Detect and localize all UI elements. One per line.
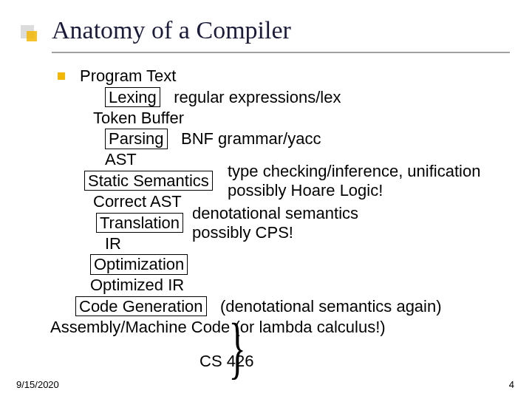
footer-page-number: 4 — [509, 379, 514, 390]
line-optimization: Optimization — [80, 254, 516, 275]
text-ast: AST — [105, 150, 137, 168]
slide-body: Program Text Lexing regular expressions/… — [80, 66, 516, 338]
note-lexing: regular expressions/lex — [174, 88, 341, 108]
title-underline — [52, 52, 510, 53]
text-optimized-ir: Optimized IR — [90, 276, 184, 294]
line-token-buffer: Token Buffer — [80, 109, 516, 129]
line-ir: IR — [80, 234, 516, 254]
box-translation: Translation — [96, 213, 183, 233]
line-translation: Translation denotational semantics possi… — [80, 213, 516, 233]
line-static-semantics: Static Semantics type checking/inference… — [80, 171, 516, 191]
line-parsing: Parsing BNF grammar/yacc — [80, 129, 516, 149]
note-tr-1: denotational semantics — [192, 204, 358, 224]
note-parsing: BNF grammar/yacc — [181, 129, 321, 149]
line-assembly: Assembly/Machine Code (or lambda calculu… — [50, 318, 516, 338]
note-tr-2: possibly CPS! — [192, 223, 293, 243]
line-program-text: Program Text — [80, 66, 516, 86]
box-code-generation: Code Generation — [75, 296, 207, 316]
box-lexing: Lexing — [105, 87, 160, 107]
line-optimized-ir: Optimized IR — [80, 276, 516, 296]
bullet-icon — [58, 72, 65, 80]
box-parsing: Parsing — [105, 129, 168, 149]
note-code-gen: (denotational semantics again) — [220, 297, 442, 317]
line-lexing: Lexing regular expressions/lex — [80, 87, 516, 108]
title-decoration-icon — [21, 25, 38, 43]
footer-date: 9/15/2020 — [16, 379, 59, 390]
line-code-generation: Code Generation (denotational semantics … — [75, 296, 516, 317]
text-correct-ast: Correct AST — [93, 192, 182, 211]
brace-label: CS 426 — [200, 352, 253, 372]
box-optimization: Optimization — [90, 254, 188, 274]
note-ss-1: type checking/inference, unification — [228, 162, 480, 182]
slide-title: Anatomy of a Compiler — [52, 16, 291, 44]
text-ir: IR — [105, 234, 121, 253]
text-assembly: Assembly/Machine Code (or lambda calculu… — [50, 318, 386, 336]
note-ss-2: possibly Hoare Logic! — [228, 181, 383, 201]
text-token-buffer: Token Buffer — [93, 109, 184, 127]
box-static-semantics: Static Semantics — [84, 171, 213, 191]
text-program-text: Program Text — [80, 66, 176, 85]
